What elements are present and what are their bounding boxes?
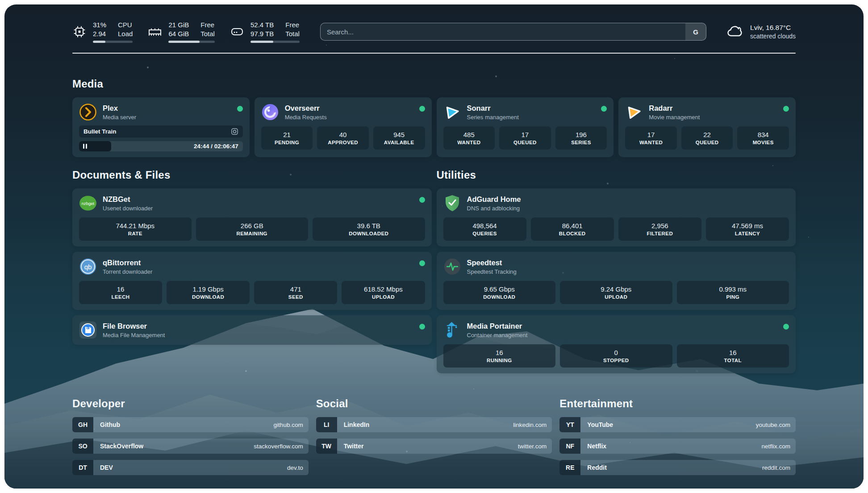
sonarr-stat-series: 196SERIES <box>555 126 607 150</box>
ram-icon <box>148 25 162 39</box>
cpu-stat: 31% 2.94 CPU Load <box>72 21 133 43</box>
overseerr-icon[interactable] <box>261 103 279 121</box>
cpu-load-label: Load <box>118 29 133 38</box>
qbittorrent-status-dot <box>419 260 425 266</box>
overseerr-name: Overseerr <box>285 104 327 113</box>
nzbget-card: nzbget NZBGet Usenet downloader 744.21 M… <box>72 188 432 246</box>
overseerr-card: Overseerr Media Requests 21PENDING 40APP… <box>255 97 432 157</box>
cpu-load-value: 2.94 <box>93 29 106 38</box>
link-linkedin[interactable]: LI LinkedIn linkedin.com <box>316 417 552 432</box>
sonarr-status-dot <box>601 106 607 112</box>
twitter-abbr: TW <box>316 439 337 454</box>
top-bar: 31% 2.94 CPU Load <box>72 18 796 46</box>
adguard-stat-latency: 47.569 msLATENCY <box>706 217 789 241</box>
nzbget-status-dot <box>419 197 425 203</box>
plex-card: Plex Media server Bullet Train 24:44 / 0… <box>72 97 250 157</box>
ram-free-label: Free <box>200 21 215 29</box>
header-divider <box>72 53 796 54</box>
stackoverflow-abbr: SO <box>72 439 93 454</box>
weather-widget[interactable]: Lviv, 16.87°C scattered clouds <box>726 23 796 41</box>
portainer-subtitle: Container management <box>467 332 528 339</box>
ram-total-value: 64 GiB <box>168 29 189 38</box>
sonarr-subtitle: Series management <box>467 114 519 121</box>
ram-free-value: 21 GiB <box>168 21 189 29</box>
radarr-stat-queued: 22QUEUED <box>681 126 733 150</box>
filebrowser-name: File Browser <box>103 322 165 331</box>
snow-particles <box>4 4 5 5</box>
plex-progress-fill <box>79 141 111 151</box>
adguard-subtitle: DNS and adblocking <box>467 205 521 212</box>
link-netflix[interactable]: NF Netflix netflix.com <box>559 439 796 454</box>
dev-abbr: DT <box>72 460 93 475</box>
qbittorrent-name: qBittorrent <box>103 258 152 267</box>
nzbget-stat-downloaded: 39.6 TBDOWNLOADED <box>313 217 425 241</box>
speedtest-stat-upload: 9.24 GbpsUPLOAD <box>560 281 672 304</box>
section-title-utilities: Utilities <box>437 169 796 181</box>
section-title-entertainment: Entertainment <box>559 397 796 410</box>
adguard-card: AdGuard Home DNS and adblocking 498,564Q… <box>437 188 796 246</box>
qbittorrent-card: qb qBittorrent Torrent downloader 16LEEC… <box>72 252 432 310</box>
search-engine-button[interactable]: G <box>685 23 706 40</box>
overseerr-status-dot <box>419 106 425 112</box>
filebrowser-subtitle: Media File Management <box>103 332 165 339</box>
system-stats: 31% 2.94 CPU Load <box>72 21 300 43</box>
speedtest-stat-ping: 0.993 msPING <box>677 281 789 304</box>
filebrowser-card: File Browser Media File Management <box>72 315 432 345</box>
portainer-icon[interactable] <box>443 321 461 339</box>
speedtest-subtitle: Speedtest Tracking <box>467 268 517 276</box>
qbittorrent-icon[interactable]: qb <box>79 258 97 276</box>
disk-free-label: Free <box>285 21 300 29</box>
plex-progress-track[interactable]: 24:44 / 02:06:47 <box>79 141 243 151</box>
filebrowser-status-dot <box>419 324 425 330</box>
link-reddit[interactable]: RE Reddit reddit.com <box>559 460 796 475</box>
link-github[interactable]: GH Github github.com <box>72 417 309 432</box>
qbittorrent-stat-seed: 471SEED <box>254 281 337 304</box>
qbittorrent-subtitle: Torrent downloader <box>103 268 152 276</box>
nzbget-name: NZBGet <box>103 195 153 204</box>
plex-icon[interactable] <box>79 103 97 121</box>
disk-progress-bar <box>250 41 300 43</box>
radarr-name: Radarr <box>649 104 700 113</box>
dashboard: 31% 2.94 CPU Load <box>4 4 864 489</box>
sonarr-stat-queued: 17QUEUED <box>499 126 551 150</box>
link-stackoverflow[interactable]: SO StackOverflow stackoverflow.com <box>72 439 309 454</box>
sonarr-name: Sonarr <box>467 104 519 113</box>
adguard-stat-filtered: 2,956FILTERED <box>618 217 701 241</box>
search-input[interactable] <box>321 23 685 40</box>
cpu-progress-bar <box>93 41 133 43</box>
plex-subtitle: Media server <box>103 114 136 121</box>
disk-total-value: 97.9 TB <box>250 29 274 38</box>
radarr-icon[interactable] <box>625 103 643 121</box>
filebrowser-icon[interactable] <box>79 321 97 339</box>
plex-now-playing: Bullet Train <box>79 125 243 138</box>
github-abbr: GH <box>72 417 93 432</box>
link-twitter[interactable]: TW Twitter twitter.com <box>316 439 552 454</box>
media-grid: Plex Media server Bullet Train 24:44 / 0… <box>72 97 796 157</box>
portainer-status-dot <box>783 324 789 330</box>
portainer-name: Media Portainer <box>467 322 528 331</box>
link-dev[interactable]: DT DEV dev.to <box>72 460 309 475</box>
radarr-card: Radarr Movie management 17WANTED 22QUEUE… <box>618 97 796 157</box>
adguard-icon[interactable] <box>443 194 461 212</box>
pause-icon[interactable] <box>83 144 87 149</box>
nzbget-subtitle: Usenet downloader <box>103 205 153 212</box>
overseerr-stat-approved: 40APPROVED <box>317 126 369 150</box>
nzbget-icon[interactable]: nzbget <box>79 194 97 212</box>
overseerr-stat-pending: 21PENDING <box>261 126 313 150</box>
speedtest-icon[interactable] <box>443 258 461 276</box>
cpu-value: 31% <box>93 21 106 29</box>
portainer-stat-running: 16RUNNING <box>443 344 556 368</box>
reddit-abbr: RE <box>559 460 580 475</box>
netflix-abbr: NF <box>559 439 580 454</box>
qbittorrent-stat-download: 1.19 GbpsDOWNLOAD <box>167 281 250 304</box>
weather-location-temp: Lviv, 16.87°C <box>750 23 796 32</box>
sonarr-stat-wanted: 485WANTED <box>443 126 495 150</box>
now-playing-title: Bullet Train <box>83 128 117 135</box>
search-bar: G <box>320 23 706 41</box>
link-youtube[interactable]: YT YouTube youtube.com <box>559 417 796 432</box>
sonarr-icon[interactable] <box>443 103 461 121</box>
overseerr-subtitle: Media Requests <box>285 114 327 121</box>
memory-stat: 21 GiB 64 GiB Free Total <box>148 21 215 43</box>
overseerr-stat-available: 945AVAILABLE <box>373 126 425 150</box>
now-playing-icon <box>231 128 238 135</box>
